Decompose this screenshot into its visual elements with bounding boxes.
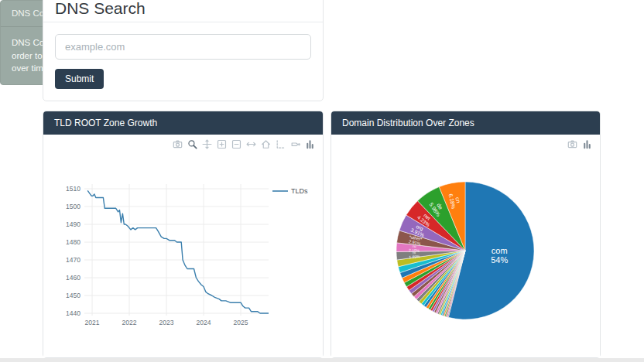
svg-text:com54%: com54% [491,246,508,265]
svg-text:1470: 1470 [66,256,80,264]
pie-chart-toolbar [567,138,592,149]
camera-icon[interactable] [567,138,577,149]
submit-button[interactable]: Submit [55,69,104,89]
svg-text:2022: 2022 [122,319,137,326]
tld-chart-toolbar [173,138,315,149]
plotly-logo-icon[interactable] [582,138,592,149]
plotly-logo-icon[interactable] [305,138,315,149]
search-input[interactable] [55,34,311,60]
pan-icon[interactable] [202,138,212,149]
domain-distribution-pie-chart[interactable]: com54%nl1.89%ru2.10%*other*2.91%org3.91%… [331,155,600,357]
tld-growth-panel: TLD ROOT Zone Growth 1440145014601470148… [43,111,324,358]
svg-text:2023: 2023 [159,319,174,326]
svg-text:1440: 1440 [66,309,80,317]
dns-search-heading: DNS Search [43,0,323,22]
camera-icon[interactable] [173,138,183,149]
zoom-icon[interactable] [187,138,197,149]
autoscale-icon[interactable] [246,138,256,149]
hover-closest-icon[interactable] [290,138,300,149]
svg-text:1450: 1450 [66,292,80,299]
footer [0,358,644,362]
domain-distribution-chart-area: com54%nl1.89%ru2.10%*other*2.91%org3.91%… [331,135,600,357]
reset-axes-icon[interactable] [261,138,271,149]
tld-growth-title: TLD ROOT Zone Growth [43,111,323,135]
svg-text:2025: 2025 [234,319,248,326]
domain-distribution-panel: Domain Distribution Over Zones com54%nl1… [331,111,601,358]
domain-distribution-title: Domain Distribution Over Zones [331,111,600,135]
page: DNS Search Submit DNS Coffee? DNS Coffee… [0,0,644,362]
dns-search-panel: DNS Search Submit [43,0,324,101]
tld-growth-line-chart[interactable]: 1440145014601470148014901500151020212022… [43,155,323,356]
svg-text:1510: 1510 [66,185,80,193]
spikelines-icon[interactable] [276,138,286,149]
dns-search-body: Submit [43,22,323,101]
zoom-out-icon[interactable] [231,138,242,149]
svg-text:1460: 1460 [66,274,80,282]
zoom-in-icon[interactable] [217,138,227,149]
svg-text:1490: 1490 [66,220,80,228]
page-title: DNS Search [55,0,311,17]
svg-text:1480: 1480 [66,238,80,246]
svg-text:2024: 2024 [197,319,211,326]
svg-text:2021: 2021 [85,319,100,326]
tld-growth-chart-area: 1440145014601470148014901500151020212022… [43,135,323,357]
svg-text:1500: 1500 [66,203,80,210]
svg-text:TLDs: TLDs [291,187,308,195]
